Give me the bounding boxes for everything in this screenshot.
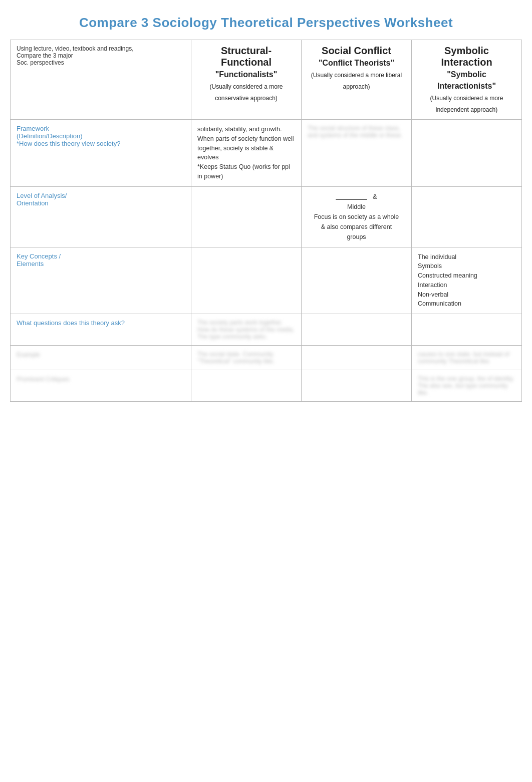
header-row: Using lecture, video, textbook and readi… [11, 40, 522, 120]
si-blurred-2: This is the one group, the of identity. … [412, 370, 522, 402]
worksheet-table: Using lecture, video, textbook and readi… [10, 40, 522, 402]
si-level [412, 186, 522, 247]
sc-questions [302, 314, 412, 346]
sc-blurred-1 [302, 346, 412, 370]
sf-key-concepts [191, 247, 302, 314]
si-framework [412, 120, 522, 187]
col-sf-header: Structural-Functional"Functionalists"(Us… [191, 40, 302, 120]
row-label-questions: What questions does this theory ask? [11, 314, 191, 346]
si-questions [412, 314, 522, 346]
row-label-blurred-1: Example [11, 346, 191, 370]
si-key-concepts: The individualSymbolsConstructed meaning… [412, 247, 522, 314]
sf-blurred-2 [191, 370, 302, 402]
sc-key-concepts [302, 247, 412, 314]
row-label-level: Level of Analysis/Orientation [11, 186, 191, 247]
intro-cell: Using lecture, video, textbook and readi… [11, 40, 191, 120]
sc-level: & Middle Focus is on society as a whole … [302, 186, 412, 247]
row-framework: Framework(Definition/Description)*How do… [11, 120, 522, 187]
sf-blurred-1: The social state. Community "Theoretical… [191, 346, 302, 370]
sf-framework: solidarity, stability, and growth.When p… [191, 120, 302, 187]
si-blurred-1: causes to one state. but instead of comm… [412, 346, 522, 370]
col-si-header: Symbolic Interaction"Symbolic Interactio… [412, 40, 522, 120]
row-blurred-2: Prominent Critiques This is the one grou… [11, 370, 522, 402]
row-label-blurred-2: Prominent Critiques [11, 370, 191, 402]
col-sc-header: Social Conflict"Conflict Theorists"(Usua… [302, 40, 412, 120]
sc-framework: The social structure of these class, and… [302, 120, 412, 187]
sf-questions: The society parts work together. How do … [191, 314, 302, 346]
row-blurred-1: Example The social state. Community "The… [11, 346, 522, 370]
row-label-key-concepts: Key Concepts /Elements [11, 247, 191, 314]
page-title: Compare 3 Sociology Theoretical Perspect… [10, 15, 522, 31]
row-key-concepts: Key Concepts /Elements The individualSym… [11, 247, 522, 314]
row-label-framework: Framework(Definition/Description)*How do… [11, 120, 191, 187]
row-level: Level of Analysis/Orientation & Middle F… [11, 186, 522, 247]
sf-level [191, 186, 302, 247]
row-questions: What questions does this theory ask? The… [11, 314, 522, 346]
sc-blurred-2 [302, 370, 412, 402]
